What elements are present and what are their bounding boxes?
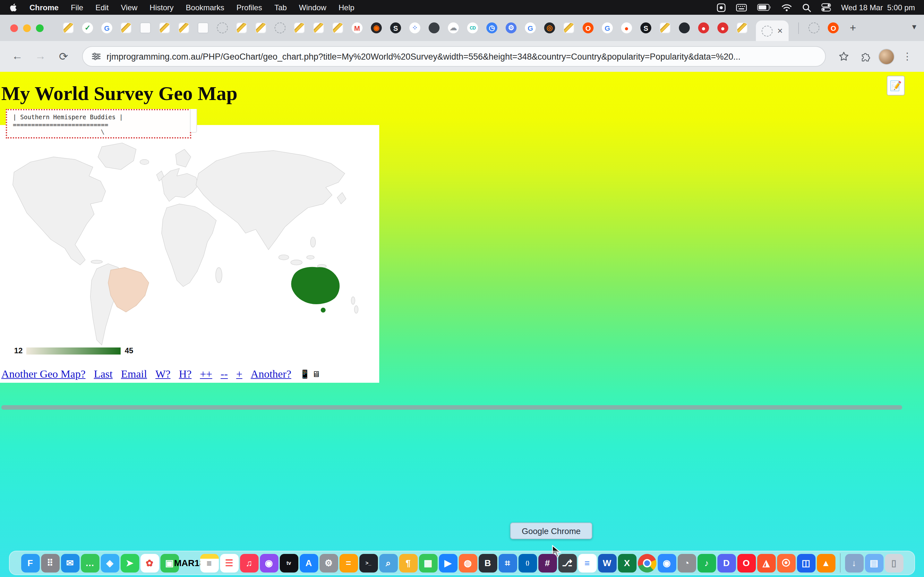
pinned-tab-favicon[interactable] <box>762 25 772 36</box>
dock-safari-icon[interactable]: ◈ <box>100 554 119 572</box>
pinned-tab-favicon[interactable]: O <box>583 23 594 33</box>
dock-mail-icon[interactable]: ✉ <box>61 554 79 572</box>
pinned-tab-favicon[interactable]: CD <box>467 23 478 33</box>
geo-chart[interactable]: 12 45 <box>8 139 364 360</box>
close-window-button[interactable] <box>10 24 18 32</box>
minimize-window-button[interactable] <box>23 24 31 32</box>
extensions-icon[interactable] <box>857 47 875 65</box>
link-[interactable]: ++ <box>200 368 212 381</box>
dock-word-icon[interactable]: W <box>598 554 616 572</box>
new-tab-button[interactable]: + <box>850 21 856 34</box>
dock-music-icon[interactable]: ♫ <box>240 554 258 572</box>
pinned-tab-favicon[interactable] <box>737 23 748 33</box>
pinned-tab-favicon[interactable] <box>63 23 74 33</box>
dock-podcasts-icon[interactable]: ◉ <box>260 554 278 572</box>
menu-tab[interactable]: Tab <box>274 3 287 12</box>
pinned-tab-favicon[interactable] <box>809 23 819 33</box>
link-another[interactable]: Another? <box>250 368 291 381</box>
dock-vlc-icon[interactable]: ▲ <box>817 554 835 572</box>
pinned-tab-favicon[interactable]: ✓ <box>82 23 93 33</box>
pinned-tab-favicon[interactable] <box>564 23 574 33</box>
dock-preview-icon[interactable]: ⌕ <box>379 554 397 572</box>
menu-window[interactable]: Window <box>299 3 326 12</box>
dock-photos-icon[interactable]: ✿ <box>140 554 159 572</box>
pinned-tab-favicon[interactable] <box>236 23 247 33</box>
back-button[interactable]: ← <box>8 47 27 66</box>
pinned-tab-favicon[interactable]: ◉ <box>371 23 382 33</box>
apple-icon[interactable] <box>9 3 17 12</box>
dock-maps-icon[interactable]: ➤ <box>120 554 139 572</box>
dock-zoom-icon[interactable]: ◉ <box>657 554 676 572</box>
pinned-tab-favicon[interactable]: ⁘ <box>409 23 420 33</box>
link-another-geo-map[interactable]: Another Geo Map? <box>1 368 86 381</box>
pinned-tab-favicon[interactable] <box>333 23 343 33</box>
pinned-tab-favicon[interactable]: ● <box>621 23 632 33</box>
dock-system-settings-icon[interactable]: ⚙ <box>319 554 338 572</box>
battery-icon[interactable] <box>757 4 771 11</box>
pinned-tab-favicon[interactable] <box>140 23 151 33</box>
dock-firefox-icon[interactable]: ◍ <box>459 554 477 572</box>
notepad-icon[interactable]: 📝 <box>887 76 905 95</box>
tab-search-chevron[interactable]: ▾ <box>912 22 916 31</box>
dock-slack-icon[interactable]: # <box>538 554 557 572</box>
link-[interactable]: + <box>236 368 242 381</box>
dock-pages-icon[interactable]: ¶ <box>399 554 417 572</box>
link-email[interactable]: Email <box>121 368 147 381</box>
dock-docs-icon[interactable]: ≡ <box>578 554 596 572</box>
pinned-tab-favicon[interactable] <box>660 23 670 33</box>
dock-keynote-icon[interactable]: ▶ <box>439 554 457 572</box>
pinned-tab-favicon[interactable]: S <box>640 23 651 33</box>
dock-downloads-icon[interactable]: ↓ <box>845 554 863 572</box>
profile-avatar[interactable] <box>879 48 895 64</box>
keyboard-icon[interactable] <box>736 3 747 11</box>
dock-bbedit-icon[interactable]: B <box>478 554 497 572</box>
search-icon[interactable] <box>802 3 811 12</box>
dock-brave-icon[interactable]: ◮ <box>757 554 775 572</box>
pinned-tab-favicon[interactable]: ● <box>698 23 709 33</box>
menu-bookmarks[interactable]: Bookmarks <box>186 3 224 12</box>
dock-terminal-icon[interactable]: >_ <box>359 554 378 572</box>
browser-menu-icon[interactable]: ⋮ <box>898 47 916 65</box>
pinned-tab-favicon[interactable] <box>198 23 208 33</box>
pinned-tab-favicon[interactable]: S <box>390 23 401 33</box>
pinned-tab-favicon[interactable] <box>294 23 305 33</box>
wifi-icon[interactable] <box>782 3 792 11</box>
dock-reminders-icon[interactable]: ☰ <box>220 554 238 572</box>
dock-discord-icon[interactable]: D <box>717 554 736 572</box>
link-[interactable]: -- <box>221 368 228 381</box>
pinned-tab-favicon[interactable]: ☁ <box>448 23 459 33</box>
pinned-tab-favicon[interactable]: M <box>352 23 363 33</box>
pinned-tab-favicon[interactable]: G <box>602 23 613 33</box>
pinned-tab-favicon[interactable] <box>679 23 690 33</box>
reload-button[interactable]: ⟳ <box>54 47 73 66</box>
dock-github-icon[interactable]: ⎇ <box>558 554 577 572</box>
pinned-tab-favicon[interactable] <box>159 23 170 33</box>
dock-excel-icon[interactable]: X <box>618 554 636 572</box>
dock-calendar-icon[interactable]: MAR18 <box>180 554 199 572</box>
dock-xcode-icon[interactable]: ⌗ <box>498 554 517 572</box>
pinned-tab-favicon[interactable]: ● <box>717 23 728 33</box>
menu-edit[interactable]: Edit <box>95 3 108 12</box>
pinned-tab-favicon[interactable]: ⚙ <box>506 23 517 33</box>
dock-messages-icon[interactable]: … <box>81 554 99 572</box>
dock-numbers-icon[interactable]: ▦ <box>419 554 437 572</box>
menu-bar-clock[interactable]: Wed 18 Mar 5:00 pm <box>841 3 915 12</box>
bookmark-star-icon[interactable] <box>835 47 853 65</box>
dock-spotify-icon[interactable]: ♪ <box>697 554 716 572</box>
zoom-window-button[interactable] <box>36 24 44 32</box>
phone-icon[interactable]: 📱 <box>300 369 310 380</box>
menubar-extra-icon[interactable] <box>717 3 726 12</box>
pinned-tab-favicon[interactable]: G <box>102 23 112 33</box>
dock-opera-icon[interactable]: O <box>737 554 756 572</box>
dock-tv-icon[interactable]: tv <box>279 554 298 572</box>
dock-chrome-icon[interactable] <box>638 554 656 572</box>
dock-app-store-icon[interactable]: A <box>299 554 318 572</box>
pinned-tab-favicon[interactable] <box>429 23 439 33</box>
dock-docker-icon[interactable]: ◫ <box>796 554 815 572</box>
site-info-icon[interactable] <box>92 52 101 61</box>
dock-trash-icon[interactable]: ▯ <box>885 554 903 572</box>
link-w[interactable]: W? <box>155 368 170 381</box>
menu-file[interactable]: File <box>71 3 83 12</box>
link-h[interactable]: H? <box>179 368 192 381</box>
dock-launchpad-icon[interactable]: ⠿ <box>41 554 59 572</box>
